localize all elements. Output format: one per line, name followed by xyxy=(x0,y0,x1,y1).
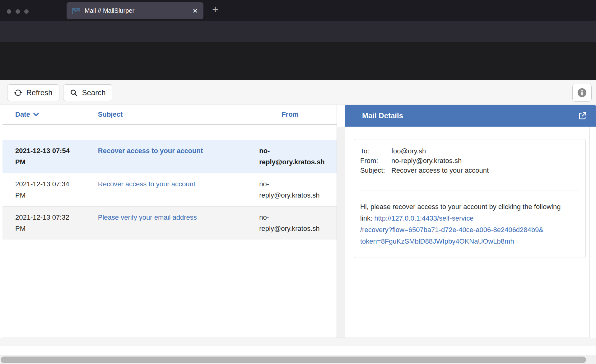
from-value: no-reply@ory.kratos.sh xyxy=(391,156,462,166)
column-header-from[interactable]: From xyxy=(257,110,337,119)
search-icon xyxy=(70,89,78,97)
sort-descending-chevron-icon xyxy=(33,112,39,117)
mail-row-from: no-reply@ory.kratos.sh xyxy=(257,212,337,234)
mail-subject-link[interactable]: Recover access to your account xyxy=(98,180,195,188)
mail-row-from: no-reply@ory.kratos.sh xyxy=(257,179,337,201)
external-link-icon xyxy=(578,111,587,120)
mailslurper-favicon-icon xyxy=(72,8,80,14)
refresh-button-label: Refresh xyxy=(26,88,52,97)
app-header: s ⚙ xyxy=(0,42,596,80)
to-value: foo@ory.sh xyxy=(391,146,426,156)
field-subject: Subject: Recover access to your account xyxy=(360,166,579,175)
scrollbar-thumb[interactable] xyxy=(1,357,586,363)
recovery-link-line: token=8FguKzSMblD88JWIpby4OKNaUOwLb8mh xyxy=(360,237,514,245)
tab-close-icon[interactable]: ✕ xyxy=(192,7,198,15)
info-icon xyxy=(577,87,587,98)
mail-details-header: Mail Details xyxy=(345,105,596,127)
mail-row-date: 2021-12-13 07:34 PM xyxy=(2,179,98,201)
mail-body: Hi, please recover access to your accoun… xyxy=(360,201,566,247)
recovery-link-line: /recovery?flow=6507ba71-d72e-40ce-a006-8… xyxy=(360,226,543,234)
recovery-link-line: http://127.0.0.1:4433/self-service xyxy=(374,214,473,222)
mail-subject-link[interactable]: Please verify your email address xyxy=(98,213,197,221)
mail-subject-link[interactable]: Recover access to your account xyxy=(98,147,203,155)
new-tab-button[interactable]: + xyxy=(212,3,218,15)
to-label: To: xyxy=(360,146,391,156)
info-button[interactable] xyxy=(572,84,592,102)
horizontal-scrollbar[interactable] xyxy=(0,355,596,364)
mail-details-card: To: foo@ory.sh From: no-reply@ory.kratos… xyxy=(354,139,586,258)
card-divider xyxy=(360,190,579,190)
refresh-icon xyxy=(14,89,22,97)
open-in-new-window-button[interactable] xyxy=(578,111,587,120)
browser-tab[interactable]: Mail // MailSlurper ✕ xyxy=(67,2,203,19)
bottom-band xyxy=(0,338,596,346)
window-controls xyxy=(7,9,29,14)
mail-row-from: no-reply@ory.kratos.sh xyxy=(257,145,337,168)
subject-label: Subject: xyxy=(360,166,391,175)
refresh-button[interactable]: Refresh xyxy=(7,84,59,101)
browser-navbar: 127.0.0.1:4436/# 90% xyxy=(0,21,596,42)
mail-list: Date Subject From 2021-12-13 07:54 PM Re… xyxy=(2,105,337,338)
mail-row[interactable]: 2021-12-13 07:54 PM Recover access to yo… xyxy=(2,140,337,173)
browser-tab-strip: Mail // MailSlurper ✕ + xyxy=(0,0,596,21)
field-from: From: no-reply@ory.kratos.sh xyxy=(360,156,579,166)
search-button[interactable]: Search xyxy=(63,84,112,101)
mail-row[interactable]: 2021-12-13 07:34 PM Recover access to yo… xyxy=(2,173,337,206)
search-button-label: Search xyxy=(82,88,105,97)
toolbar: Refresh Search xyxy=(0,80,596,105)
mail-row-date: 2021-12-13 07:32 PM xyxy=(2,212,98,234)
browser-window: Mail // MailSlurper ✕ + 127.0.0.1:4436/#… xyxy=(0,0,596,364)
column-header-date[interactable]: Date xyxy=(2,110,98,119)
from-label: From: xyxy=(360,156,391,166)
panel-divider xyxy=(337,127,345,338)
mail-list-header: Date Subject From xyxy=(2,105,337,125)
mail-row-date: 2021-12-13 07:54 PM xyxy=(2,145,98,168)
tab-title: Mail // MailSlurper xyxy=(85,7,190,14)
mail-row[interactable]: 2021-12-13 07:32 PM Please verify your e… xyxy=(2,206,337,240)
date-column-label: Date xyxy=(15,110,30,119)
recovery-link[interactable]: http://127.0.0.1:4433/self-service/recov… xyxy=(360,214,543,245)
subject-value: Recover access to your account xyxy=(391,166,489,175)
mail-details-title: Mail Details xyxy=(362,111,578,120)
field-to: To: foo@ory.sh xyxy=(360,146,579,156)
list-spacer xyxy=(2,125,337,140)
mail-details-panel: To: foo@ory.sh From: no-reply@ory.kratos… xyxy=(345,127,590,338)
column-header-subject[interactable]: Subject xyxy=(98,110,257,119)
